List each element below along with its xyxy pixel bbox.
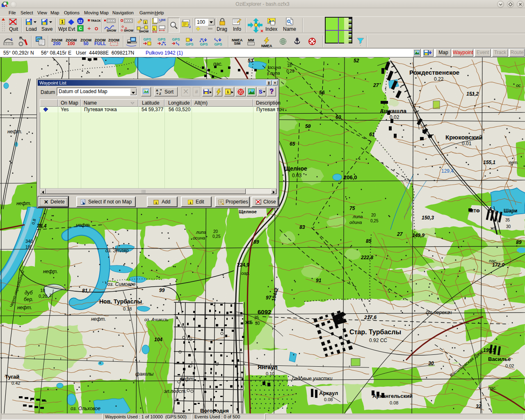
svg-text:12: 12 (78, 19, 82, 23)
svg-text:SHOW: SHOW (124, 29, 134, 32)
svg-text:SHOW: SHOW (107, 29, 116, 32)
svg-text:SHOW: SHOW (139, 30, 149, 33)
svg-text:1: 1 (153, 27, 155, 31)
svg-text:A: A (156, 89, 158, 92)
svg-text:1: 1 (145, 21, 146, 24)
svg-text:1: 1 (155, 201, 158, 205)
svg-text:Z: Z (159, 92, 161, 95)
svg-text:C: C (79, 26, 82, 31)
svg-text:TRACK: TRACK (91, 19, 101, 22)
svg-text:1: 1 (227, 90, 229, 94)
svg-text:1: 1 (61, 20, 64, 24)
svg-text:+: + (87, 25, 91, 32)
svg-text:1: 1 (11, 37, 13, 41)
svg-text:1: 1 (189, 201, 192, 205)
